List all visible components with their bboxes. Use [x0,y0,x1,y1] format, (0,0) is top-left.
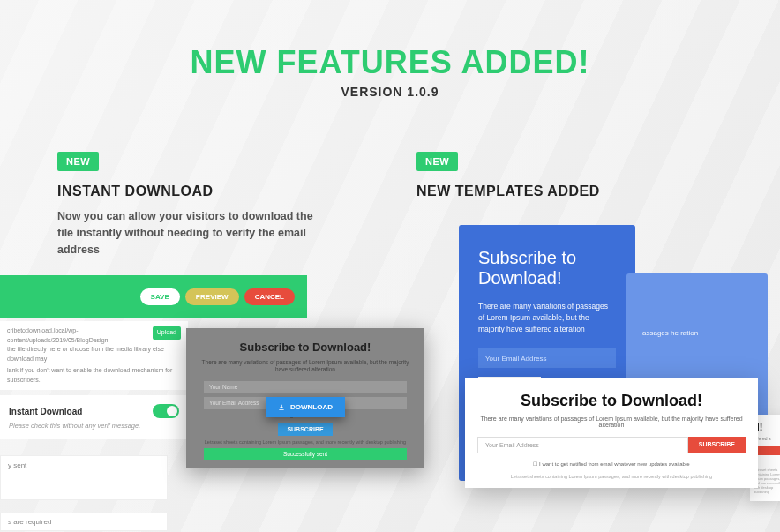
instant-toggle[interactable] [153,404,179,418]
form-field: y sent [0,455,168,500]
instant-panel: Instant Download Please check this witho… [0,395,188,439]
download-button[interactable]: DOWNLOAD [266,397,345,417]
instant-label: Instant Download [9,407,82,416]
templates-title: NEW TEMPLATES ADDED [416,184,780,199]
action-bar: SAVE PREVIEW CANCEL [0,275,307,318]
check-text: I want to get notified from email whatev… [539,461,689,467]
popup-footer: Letraset sheets containing Lorem Ipsum p… [195,439,416,445]
instant-download-desc: Now you can allow your visitors to downl… [57,208,313,258]
new-badge: NEW [416,152,458,171]
card-desc: assages he ration [642,328,752,339]
panel-text: lank if you don't want to enable the dow… [7,366,181,385]
subscribe-popup-grey: Subscribe to Download! There are many va… [186,328,424,468]
name-input[interactable]: Your Name [204,381,407,393]
cancel-button[interactable]: CANCEL [244,288,295,305]
field-text: y sent [8,461,160,469]
subscribe-button[interactable]: SUBSCRIBE [278,423,332,436]
instant-download-title: INSTANT DOWNLOAD [57,184,390,199]
upload-button[interactable]: Upload [153,326,181,340]
template-white-popup: Subscribe to Download! There are many va… [465,378,758,488]
notify-checkbox-label[interactable]: ☐ I want to get notified from email what… [477,461,746,467]
success-message: Successfully sent [204,448,407,460]
instant-desc: Please check this without any verif mess… [9,422,179,431]
card-desc: There are many variations of passages of… [478,301,616,334]
upload-panel: Upload cribetodownload.local/wp-content/… [0,321,188,390]
form-field: s are required [0,513,168,531]
popup-desc: There are many variations of passages of… [195,359,416,374]
popup-footer: Letraset sheets containing Lorem Ipsum p… [477,474,746,479]
panel-text: the file directly here or choose from th… [7,345,181,363]
subscribe-button[interactable]: SUBSCRIBE [688,437,746,453]
hero-title: NEW FEATURES ADDED! [0,44,780,81]
new-badge: NEW [57,152,99,171]
popup-desc: There are many variations of passages of… [477,416,746,428]
save-button[interactable]: SAVE [140,288,180,305]
email-input[interactable]: Your Email Address [477,437,688,453]
hero-subtitle: VERSION 1.0.9 [0,85,780,99]
popup-title: Subscribe to Download! [195,341,416,354]
preview-button[interactable]: PREVIEW [185,288,239,305]
popup-title: Subscribe to Download! [477,392,746,410]
email-input[interactable]: Your Email Address [478,348,616,368]
download-icon [278,404,285,411]
download-button-label: DOWNLOAD [290,403,333,411]
